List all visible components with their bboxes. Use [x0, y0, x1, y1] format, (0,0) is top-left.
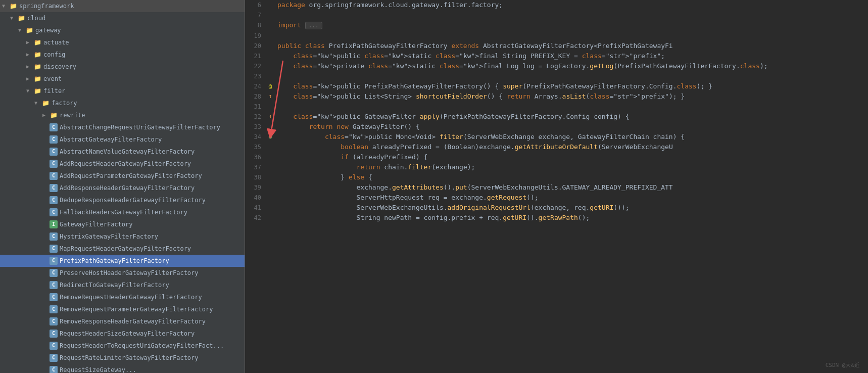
tree-item-label: FallbackHeadersGatewayFilterFactory	[60, 207, 187, 217]
tree-item-label: AbstractChangeRequestUriGatewayFilterFac…	[60, 122, 220, 132]
sidebar-item-AddRequestParameterGatewayFilterFactory[interactable]: CAddRequestParameterGatewayFilterFactory	[0, 170, 245, 182]
line-number: 24	[245, 81, 265, 91]
tree-item-label: RequestHeaderToRequestUriGatewayFilterFa…	[60, 341, 224, 351]
folder-icon: 📁	[33, 38, 41, 46]
line-gutter: ↑	[265, 91, 275, 102]
code-line: 34● class="kw">public Mono<Void> filter(…	[245, 132, 868, 142]
code-line: 19	[245, 31, 868, 41]
tree-item-label: HystrixGatewayFilterFactory	[60, 231, 158, 242]
tree-item-label: filter	[43, 86, 65, 96]
file-tree[interactable]: ▼📁springframework▼📁cloud▼📁gateway▶📁actua…	[0, 0, 245, 373]
class-icon: C	[50, 135, 58, 144]
tree-item-label: DedupeResponseHeaderGatewayFilterFactory	[60, 195, 206, 205]
line-number: 19	[245, 31, 265, 41]
code-line: 33 return new GatewayFilter() {	[245, 122, 868, 132]
sidebar-item-RemoveRequestParameterGatewayFilterFactory[interactable]: CRemoveRequestParameterGatewayFilterFact…	[0, 303, 245, 315]
folder-icon: 📁	[33, 63, 41, 71]
code-line: 37 return chain.filter(exchange);	[245, 162, 868, 172]
tree-item-label: GatewayFilterFactory	[60, 219, 133, 229]
sidebar-item-MapRequestHeaderGatewayFilterFactory[interactable]: CMapRequestHeaderGatewayFilterFactory	[0, 243, 245, 255]
sidebar-item-cloud[interactable]: ▼📁cloud	[0, 12, 245, 24]
tree-item-label: RemoveRequestParameterGatewayFilterFacto…	[60, 304, 213, 314]
sidebar-item-AddRequestHeaderGatewayFilterFactory[interactable]: CAddRequestHeaderGatewayFilterFactory	[0, 158, 245, 170]
sidebar-item-actuate[interactable]: ▶📁actuate	[0, 36, 245, 49]
sidebar-item-AbstractGatewayFilterFactory[interactable]: CAbstractGatewayFilterFactory	[0, 133, 245, 146]
line-content: boolean alreadyPrefixed = (Boolean)excha…	[275, 142, 868, 152]
class-icon: C	[50, 330, 58, 338]
sidebar-item-gateway[interactable]: ▼📁gateway	[0, 24, 245, 36]
tree-item-label: AddRequestParameterGatewayFilterFactory	[60, 171, 202, 181]
sidebar-item-config[interactable]: ▶📁config	[0, 49, 245, 61]
line-content: class="kw">public List<String> shortcutF…	[275, 91, 868, 102]
line-number: 38	[245, 172, 265, 182]
line-number: 21	[245, 51, 265, 61]
sidebar-item-rewrite[interactable]: ▶📁rewrite	[0, 109, 245, 121]
class-icon: C	[50, 148, 58, 156]
line-content: return chain.filter(exchange);	[275, 162, 868, 172]
folder-icon: 📁	[50, 111, 58, 119]
line-content: import ...	[275, 20, 868, 31]
sidebar-item-RequestHeaderToRequestUriGatewayFilterFact[interactable]: CRequestHeaderToRequestUriGatewayFilterF…	[0, 340, 245, 352]
sidebar-item-AbstractNameValueGatewayFilterFactory[interactable]: CAbstractNameValueGatewayFilterFactory	[0, 146, 245, 158]
sidebar-item-event[interactable]: ▶📁event	[0, 73, 245, 85]
sidebar-item-PreserveHostHeaderGatewayFilterFactory[interactable]: CPreserveHostHeaderGatewayFilterFactory	[0, 267, 245, 279]
class-icon: C	[50, 342, 58, 350]
sidebar-item-AbstractChangeRequestUriGatewayFilterFactory[interactable]: CAbstractChangeRequestUriGatewayFilterFa…	[0, 121, 245, 133]
class-icon: C	[50, 172, 58, 180]
tree-arrow-icon[interactable]: ▼	[2, 1, 9, 11]
code-line: 21 class="kw">public class="kw">static c…	[245, 51, 868, 61]
line-content	[275, 10, 868, 20]
class-icon: C	[50, 208, 58, 216]
sidebar-item-RequestHeaderSizeGatewayFilterFactory[interactable]: CRequestHeaderSizeGatewayFilterFactory	[0, 328, 245, 340]
sidebar-item-FallbackHeadersGatewayFilterFactory[interactable]: CFallbackHeadersGatewayFilterFactory	[0, 206, 245, 218]
code-line: 6package org.springframework.cloud.gatew…	[245, 0, 868, 10]
sidebar-item-RedirectToGatewayFilterFactory[interactable]: CRedirectToGatewayFilterFactory	[0, 279, 245, 291]
code-line: 38 } else {	[245, 172, 868, 182]
tree-arrow-icon[interactable]: ▶	[26, 74, 33, 84]
tree-item-label: RemoveResponseHeaderGatewayFilterFactory	[60, 316, 206, 327]
line-content: String newPath = config.prefix + req.get…	[275, 213, 868, 223]
tree-arrow-icon[interactable]: ▶	[26, 50, 33, 60]
line-content: ServerWebExchangeUtils.addOriginalReques…	[275, 203, 868, 213]
line-number: 20	[245, 41, 265, 51]
sidebar-item-discovery[interactable]: ▶📁discovery	[0, 61, 245, 73]
class-icon: C	[50, 196, 58, 204]
class-icon: C	[50, 245, 58, 253]
tree-item-label: rewrite	[60, 110, 85, 120]
tree-arrow-icon[interactable]: ▶	[26, 37, 33, 48]
sidebar-item-RemoveRequestHeaderGatewayFilterFactory[interactable]: CRemoveRequestHeaderGatewayFilterFactory	[0, 291, 245, 303]
tree-item-label: AbstractNameValueGatewayFilterFactory	[60, 147, 195, 157]
line-gutter: ↑	[265, 112, 275, 122]
sidebar-item-springframework[interactable]: ▼📁springframework	[0, 0, 245, 12]
line-number: 22	[245, 61, 265, 71]
tree-arrow-icon[interactable]: ▼	[26, 86, 33, 96]
folder-icon: 📁	[33, 75, 41, 83]
tree-item-label: RequestSizeGateway...	[60, 365, 136, 373]
tree-arrow-icon[interactable]: ▼	[18, 25, 25, 35]
tree-arrow-icon[interactable]: ▼	[34, 98, 41, 108]
tree-item-label: AddResponseHeaderGatewayFilterFactory	[60, 183, 195, 193]
code-editor: 6package org.springframework.cloud.gatew…	[245, 0, 868, 373]
code-line: 36 if (alreadyPrefixed) {	[245, 152, 868, 162]
sidebar-item-DedupeResponseHeaderGatewayFilterFactory[interactable]: CDedupeResponseHeaderGatewayFilterFactor…	[0, 194, 245, 206]
tree-arrow-icon[interactable]: ▶	[26, 62, 33, 72]
line-number: 32	[245, 112, 265, 122]
sidebar-item-filter[interactable]: ▼📁filter	[0, 85, 245, 97]
line-content: package org.springframework.cloud.gatewa…	[275, 0, 868, 10]
sidebar-item-factory[interactable]: ▼📁factory	[0, 97, 245, 109]
sidebar-item-RequestSizeGateway[interactable]: CRequestSizeGateway...	[0, 364, 245, 373]
sidebar-item-RequestRateLimiterGatewayFilterFactory[interactable]: CRequestRateLimiterGatewayFilterFactory	[0, 352, 245, 364]
tree-arrow-icon[interactable]: ▶	[42, 110, 50, 120]
code-line: 31	[245, 102, 868, 112]
tree-arrow-icon[interactable]: ▼	[10, 13, 17, 23]
class-icon: C	[50, 293, 58, 301]
sidebar-item-HystrixGatewayFilterFactory[interactable]: CHystrixGatewayFilterFactory	[0, 230, 245, 243]
code-line: 41 ServerWebExchangeUtils.addOriginalReq…	[245, 203, 868, 213]
sidebar-item-RemoveResponseHeaderGatewayFilterFactory[interactable]: CRemoveResponseHeaderGatewayFilterFactor…	[0, 315, 245, 328]
class-icon: C	[50, 317, 58, 325]
sidebar-item-PrefixPathGatewayFilterFactory[interactable]: CPrefixPathGatewayFilterFactory	[0, 255, 245, 267]
line-number: 28	[245, 91, 265, 102]
sidebar-item-AddResponseHeaderGatewayFilterFactory[interactable]: CAddResponseHeaderGatewayFilterFactory	[0, 182, 245, 194]
code-line: 32↑ class="kw">public GatewayFilter appl…	[245, 112, 868, 122]
sidebar-item-GatewayFilterFactory[interactable]: IGatewayFilterFactory	[0, 218, 245, 230]
